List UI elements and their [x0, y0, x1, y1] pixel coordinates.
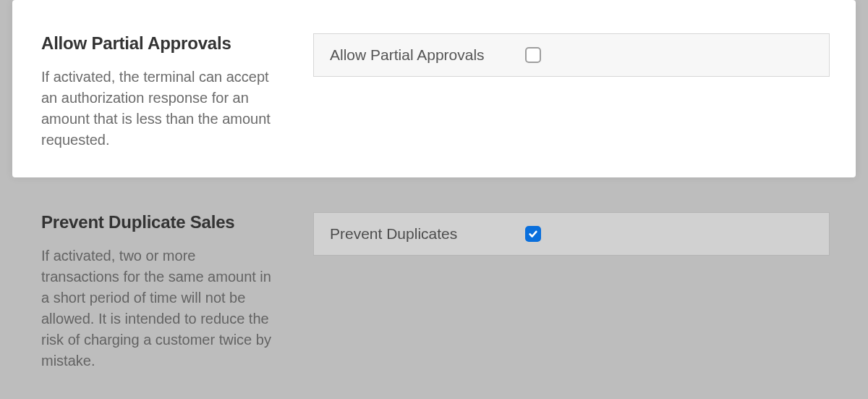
- control-column: Prevent Duplicates: [313, 212, 830, 256]
- setting-allow-partial-approvals: Allow Partial Approvals If activated, th…: [12, 0, 856, 177]
- description-column: Prevent Duplicate Sales If activated, tw…: [41, 212, 273, 371]
- control-label: Prevent Duplicates: [330, 225, 525, 243]
- prevent-duplicates-checkbox[interactable]: [525, 226, 541, 242]
- setting-prevent-duplicate-sales: Prevent Duplicate Sales If activated, tw…: [12, 199, 856, 371]
- setting-title: Allow Partial Approvals: [41, 33, 273, 54]
- setting-description: If activated, two or more transactions f…: [41, 245, 273, 371]
- setting-description: If activated, the terminal can accept an…: [41, 67, 273, 151]
- control-label: Allow Partial Approvals: [330, 46, 525, 64]
- control-box: Allow Partial Approvals: [313, 33, 830, 77]
- setting-title: Prevent Duplicate Sales: [41, 212, 273, 232]
- allow-partial-approvals-checkbox[interactable]: [525, 47, 541, 63]
- setting-row: Allow Partial Approvals If activated, th…: [41, 33, 830, 151]
- setting-row: Prevent Duplicate Sales If activated, tw…: [41, 212, 830, 371]
- control-column: Allow Partial Approvals: [313, 33, 830, 77]
- check-icon: [528, 229, 538, 239]
- description-column: Allow Partial Approvals If activated, th…: [41, 33, 273, 151]
- control-box: Prevent Duplicates: [313, 212, 830, 256]
